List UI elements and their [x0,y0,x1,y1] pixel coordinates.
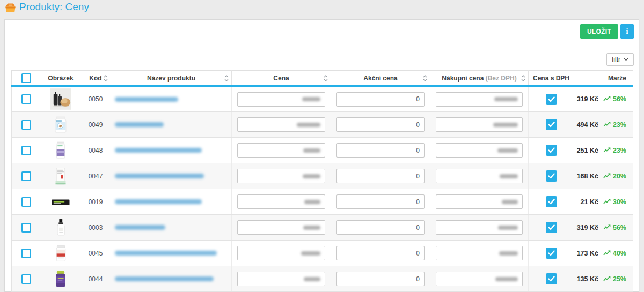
sale-price-cell [331,112,430,138]
vat-checkbox-checked[interactable] [546,170,557,182]
column-header-code[interactable]: Kód [80,71,111,86]
product-code: 0048 [80,138,111,163]
price-input[interactable] [237,143,325,158]
price-input[interactable] [237,92,325,107]
product-image-white-jar-blue-label [49,113,72,137]
purchase-price-value-redacted [497,148,518,153]
margin-amount: 168 Kč [577,173,598,180]
sale-price-input[interactable] [336,92,425,107]
column-header-sale_price[interactable]: Akční cena [331,71,430,86]
product-code: 0050 [80,86,111,112]
row-select-cell [12,266,41,292]
sale-price-input[interactable] [336,246,425,260]
trending-up-icon [598,198,613,206]
product-name-redacted-link[interactable] [115,122,164,127]
filter-label: filtr [612,56,620,63]
sale-price-input[interactable] [336,194,425,209]
product-name-redacted-link[interactable] [115,276,214,281]
column-header-purchase_price[interactable]: Nákupní cena (Bez DPH) [430,71,529,86]
vat-checkbox-checked[interactable] [546,145,557,156]
vat-checkbox-checked[interactable] [546,94,557,105]
sale-price-cell [331,266,430,292]
column-header-name[interactable]: Název produktu [111,71,232,86]
purchase-price-cell [430,112,529,138]
column-header-price[interactable]: Cena [232,71,331,86]
price-input[interactable] [237,272,325,286]
price-with-vat-cell [529,112,574,138]
purchase-price-input[interactable] [436,143,523,158]
purchase-price-input[interactable] [436,117,523,132]
row-checkbox[interactable] [21,274,31,284]
purchase-price-input[interactable] [436,169,523,183]
purchase-price-input[interactable] [436,194,523,209]
vat-checkbox-checked[interactable] [546,273,557,284]
price-with-vat-cell [529,215,574,241]
row-checkbox[interactable] [21,146,31,155]
price-cell [232,112,331,138]
product-name-redacted-link[interactable] [115,148,202,153]
sort-icon [224,74,229,82]
vat-checkbox-checked[interactable] [546,119,557,130]
product-name-cell [111,266,232,292]
product-image-purple-jar-green-lid [49,267,72,291]
price-cell [232,189,331,215]
product-name-redacted-link[interactable] [115,225,165,230]
vat-checkbox-checked[interactable] [546,196,557,207]
vat-checkbox-checked[interactable] [546,222,557,233]
trending-up-icon [598,95,613,103]
purchase-price-input[interactable] [436,92,523,107]
sale-price-cell [331,138,430,163]
table-row: 001921 Kč30% [12,189,633,215]
table-row: 0045173 Kč40% [12,241,633,266]
price-input[interactable] [237,169,325,183]
sale-price-input[interactable] [336,169,425,183]
purchase-price-cell [430,138,529,163]
row-checkbox[interactable] [21,94,31,104]
margin-percent: 56% [613,224,626,231]
price-input[interactable] [237,220,325,235]
row-checkbox[interactable] [21,223,31,233]
product-name-cell [111,112,232,138]
price-cell [232,241,331,266]
purchase-price-value-redacted [499,251,518,256]
product-name-redacted-link[interactable] [115,174,204,178]
product-code: 0044 [80,266,111,292]
price-input[interactable] [237,194,325,209]
row-checkbox[interactable] [21,249,31,258]
purchase-price-value-redacted [493,123,518,127]
open-box-icon [4,3,17,13]
row-select-cell [12,163,41,189]
save-button[interactable]: ULOŽIT [580,24,618,39]
margin-percent: 23% [613,147,626,154]
purchase-price-input[interactable] [436,246,523,260]
product-name-redacted-link[interactable] [115,199,202,204]
product-name-redacted-link[interactable] [115,251,217,256]
row-checkbox[interactable] [21,197,31,207]
price-with-vat-cell [529,138,574,163]
purchase-price-value-redacted [502,200,518,204]
purchase-price-input[interactable] [436,220,523,235]
sale-price-input[interactable] [336,272,425,286]
page-title: Produkty: Ceny [19,1,89,13]
price-input[interactable] [237,117,325,132]
row-checkbox[interactable] [21,120,31,130]
product-name-cell [111,138,232,163]
product-image-white-spray-bottle-black-cap [49,216,72,239]
purchase-price-input[interactable] [436,272,523,286]
price-value-redacted [302,97,320,101]
filter-dropdown-button[interactable]: filtr [606,53,634,66]
info-button[interactable]: i [620,24,634,39]
sale-price-input[interactable] [336,117,425,132]
column-header-image: Obrázek [41,71,80,86]
row-checkbox[interactable] [21,171,31,181]
select-all-checkbox[interactable] [21,73,31,83]
row-select-cell [12,215,41,241]
sale-price-input[interactable] [336,143,425,158]
sale-price-input[interactable] [336,220,425,235]
vat-checkbox-checked[interactable] [546,248,557,259]
product-name-redacted-link[interactable] [115,97,178,102]
table-header-row: ObrázekKódNázev produktuCenaAkční cenaNá… [12,71,633,86]
price-input[interactable] [237,246,325,260]
row-image-cell [41,189,80,215]
table-row: 0049494 Kč23% [12,112,633,138]
